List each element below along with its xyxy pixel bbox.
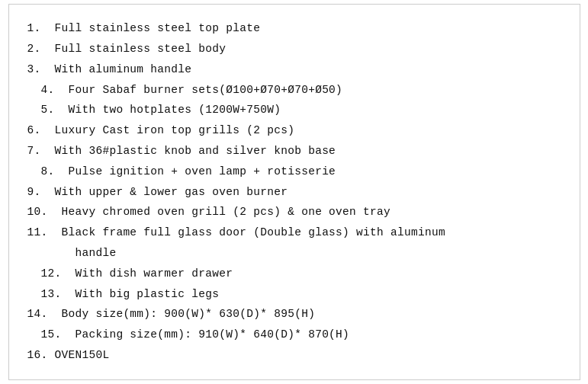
list-item: 9. With upper & lower gas oven burner: [27, 182, 561, 203]
list-item: 8. Pulse ignition + oven lamp + rotisser…: [27, 162, 561, 182]
content-container: 1. Full stainless steel top plate2. Full…: [8, 4, 580, 380]
list-item: 12. With dish warmer drawer: [27, 264, 561, 284]
list-item: 7. With 36#plastic knob and silver knob …: [27, 141, 561, 162]
list-item: 14. Body size(mm): 900(W)* 630(D)* 895(H…: [27, 304, 561, 325]
list-item: 4. Four Sabaf burner sets(Ø100+Ø70+Ø70+Ø…: [27, 80, 561, 101]
list-item: 2. Full stainless steel body: [27, 39, 561, 59]
list-item: 13. With big plastic legs: [27, 284, 561, 305]
feature-list: 1. Full stainless steel top plate2. Full…: [27, 18, 561, 366]
list-item: 15. Packing size(mm): 910(W)* 640(D)* 87…: [27, 325, 561, 345]
list-item: 1. Full stainless steel top plate: [27, 18, 561, 39]
list-item: 5. With two hotplates (1200W+750W): [27, 100, 561, 120]
list-item: 6. Luxury Cast iron top grills (2 pcs): [27, 120, 561, 141]
list-item: 3. With aluminum handle: [27, 59, 561, 80]
list-item: 16. OVEN150L: [27, 345, 561, 366]
list-item: 11. Black frame full glass door (Double …: [27, 222, 561, 264]
list-item: 10. Heavy chromed oven grill (2 pcs) & o…: [27, 202, 561, 222]
